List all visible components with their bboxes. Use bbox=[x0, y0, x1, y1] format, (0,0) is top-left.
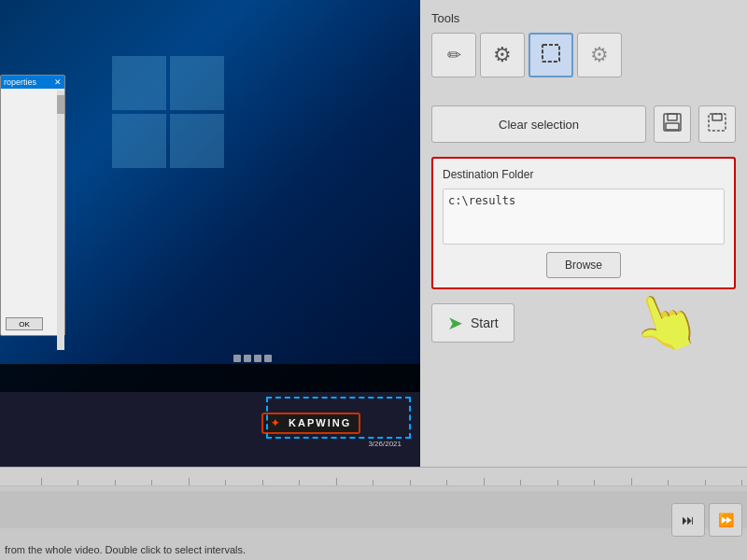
properties-content bbox=[1, 89, 64, 94]
action-row: Clear selection bbox=[431, 105, 736, 143]
pencil-icon: ✏ bbox=[447, 45, 461, 65]
start-label: Start bbox=[471, 315, 499, 330]
right-panel: Tools ✏ ⚙ ⚙ Clear selec bbox=[420, 0, 747, 467]
start-icon: ➤ bbox=[447, 312, 463, 334]
ruler-tick bbox=[190, 480, 227, 485]
start-row: ➤ Start bbox=[431, 303, 736, 343]
fast-forward-icon: ⏩ bbox=[718, 512, 734, 527]
ruler-tick bbox=[669, 480, 706, 485]
bottom-hint: from the whole video. Double click to se… bbox=[5, 544, 246, 555]
skip-forward-icon: ⏭ bbox=[682, 512, 695, 527]
timeline-ruler bbox=[0, 468, 747, 486]
settings-icon: ⚙ bbox=[590, 43, 609, 67]
tool-settings[interactable]: ⚙ bbox=[577, 33, 622, 77]
kapwing-star-icon: ✦ bbox=[271, 417, 281, 428]
tool-gear[interactable]: ⚙ bbox=[480, 33, 525, 77]
properties-title-bar: roperties ✕ bbox=[1, 76, 64, 89]
ruler-tick bbox=[116, 480, 153, 485]
destination-folder-input[interactable]: c:\results bbox=[443, 189, 725, 245]
ruler-tick bbox=[411, 480, 448, 485]
svg-rect-3 bbox=[666, 123, 679, 130]
win-logo-square-br bbox=[170, 114, 224, 168]
win-logo-square-tl bbox=[112, 56, 166, 110]
ruler-tick bbox=[337, 480, 374, 485]
system-tray bbox=[233, 355, 272, 362]
save-icon-button-1[interactable] bbox=[654, 105, 691, 143]
win-logo-square-bl bbox=[112, 114, 166, 168]
start-button[interactable]: ➤ Start bbox=[431, 303, 514, 343]
kapwing-banner: ✦ KAPWING bbox=[261, 413, 360, 434]
properties-scroll-thumb bbox=[57, 95, 64, 114]
ruler-tick bbox=[78, 480, 116, 485]
svg-rect-2 bbox=[668, 114, 677, 120]
ruler-tick bbox=[706, 480, 743, 485]
tray-icon-3 bbox=[254, 355, 261, 362]
timeline-area: ⏭ ⏩ from the whole video. Double click t… bbox=[0, 467, 747, 560]
ruler-tick bbox=[263, 480, 301, 485]
tray-icon-4 bbox=[264, 355, 272, 362]
browse-button[interactable]: Browse bbox=[546, 252, 621, 278]
ruler-marks bbox=[5, 468, 742, 485]
svg-rect-4 bbox=[709, 114, 726, 131]
windows-logo bbox=[112, 56, 224, 168]
ruler-tick bbox=[595, 478, 632, 485]
ruler-tick bbox=[42, 480, 79, 485]
timeline-controls: ⏭ ⏩ bbox=[671, 503, 742, 537]
properties-ok-button[interactable]: OK bbox=[6, 317, 43, 330]
win-logo-square-tr bbox=[170, 56, 224, 110]
spacer-1 bbox=[431, 77, 736, 91]
timeline-track[interactable] bbox=[0, 491, 747, 528]
svg-rect-5 bbox=[712, 114, 722, 120]
skip-forward-button[interactable]: ⏭ bbox=[671, 503, 705, 537]
spacer-2 bbox=[431, 91, 736, 105]
tool-select[interactable] bbox=[529, 33, 573, 77]
windows-desktop: roperties ✕ OK bbox=[0, 0, 420, 392]
save-icon-button-2[interactable] bbox=[698, 105, 736, 143]
gear-icon: ⚙ bbox=[493, 43, 512, 67]
properties-title-text: roperties bbox=[4, 77, 36, 87]
select-icon bbox=[540, 42, 562, 69]
ruler-tick bbox=[447, 478, 485, 485]
clear-selection-button[interactable]: Clear selection bbox=[431, 105, 646, 143]
video-area: roperties ✕ OK ✦ KA bbox=[0, 0, 420, 467]
save-icon-1 bbox=[662, 112, 683, 136]
tray-icon-1 bbox=[233, 355, 241, 362]
save-icon-2 bbox=[707, 112, 727, 136]
properties-close-icon[interactable]: ✕ bbox=[54, 77, 62, 87]
ruler-tick bbox=[226, 480, 263, 485]
ruler-tick bbox=[521, 480, 558, 485]
timestamp: 3/26/2021 bbox=[368, 440, 402, 448]
tools-label: Tools bbox=[431, 11, 736, 25]
properties-panel: roperties ✕ OK bbox=[0, 75, 65, 336]
ruler-tick bbox=[632, 480, 669, 485]
ruler-tick bbox=[5, 478, 42, 485]
kapwing-label: KAPWING bbox=[289, 417, 351, 428]
ruler-tick bbox=[485, 480, 522, 485]
ruler-tick bbox=[152, 478, 190, 485]
ruler-tick bbox=[374, 480, 411, 485]
tray-icon-2 bbox=[244, 355, 251, 362]
ruler-tick bbox=[300, 478, 337, 485]
destination-folder-box: Destination Folder c:\results Browse bbox=[431, 157, 736, 289]
ruler-tick bbox=[558, 480, 596, 485]
tools-grid: ✏ ⚙ ⚙ bbox=[431, 33, 736, 77]
destination-folder-label: Destination Folder bbox=[443, 168, 725, 181]
taskbar bbox=[0, 364, 420, 392]
svg-rect-0 bbox=[543, 45, 559, 62]
properties-scrollbar[interactable] bbox=[57, 91, 64, 350]
tool-pencil[interactable]: ✏ bbox=[431, 33, 476, 77]
fast-forward-button[interactable]: ⏩ bbox=[709, 503, 742, 537]
